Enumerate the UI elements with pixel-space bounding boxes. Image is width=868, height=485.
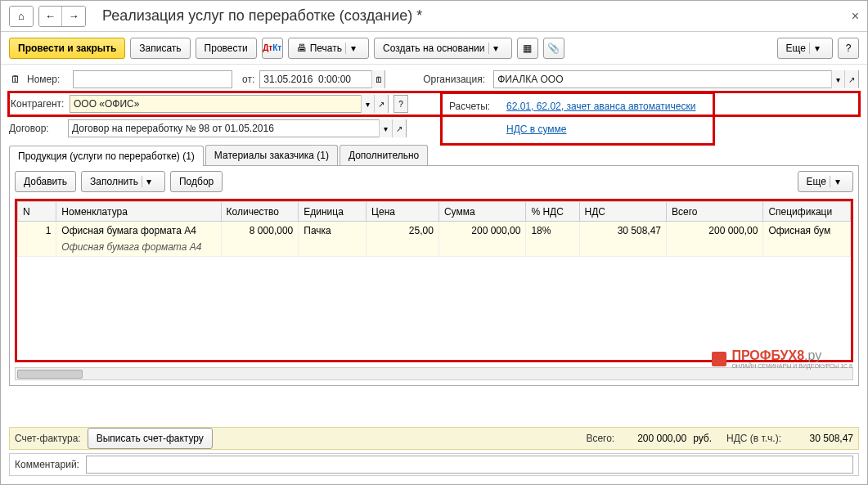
cell-total[interactable]: 200 000,00 <box>667 222 763 257</box>
cell-sum[interactable]: 200 000,00 <box>438 222 526 257</box>
tab-products[interactable]: Продукция (услуги по переработке) (1) <box>9 146 204 166</box>
page-title: Реализация услуг по переработке (создани… <box>102 7 422 25</box>
topbar: ⌂ ← → Реализация услуг по переработке (с… <box>1 1 867 32</box>
help-button[interactable]: ? <box>838 38 859 59</box>
chevron-down-icon: ▾ <box>830 176 844 187</box>
settlement-block: Расчеты: 62.01, 62.02, зачет аванса авто… <box>443 94 713 143</box>
toolbar: Провести и закрыть Записать Провести ДтК… <box>1 32 867 65</box>
dropdown-button[interactable]: ▾ <box>379 119 393 137</box>
cell-price[interactable]: 25,00 <box>367 222 439 257</box>
create-based-button[interactable]: Создать на основании ▾ <box>374 38 512 59</box>
nav-group: ← → <box>38 6 86 27</box>
products-table[interactable]: N Номенклатура Количество Единица Цена С… <box>17 201 851 257</box>
form-header: 🗓 Номер: от: 🗓 Организация: ▾ ↗ Контраге… <box>1 65 867 389</box>
cell-spec[interactable]: Офисная бум <box>763 222 851 257</box>
footer: Счет-фактура: Выписать счет-фактуру Всег… <box>9 427 859 479</box>
chevron-down-icon: ▾ <box>366 100 370 109</box>
org-input[interactable] <box>494 71 830 88</box>
contract-label: Договор: <box>9 123 63 134</box>
col-vat-pct[interactable]: % НДС <box>526 202 579 222</box>
dt-kt-button[interactable]: ДтКт <box>262 38 283 59</box>
chevron-down-icon: ▾ <box>836 75 840 84</box>
col-vat[interactable]: НДС <box>579 202 667 222</box>
add-button[interactable]: Добавить <box>15 171 76 192</box>
col-nom[interactable]: Номенклатура <box>56 202 221 222</box>
col-sum[interactable]: Сумма <box>438 202 526 222</box>
cell-nom[interactable]: Офисная бумага формата А4 Офисная бумага… <box>56 222 221 257</box>
vat-value: 30 508,47 <box>788 433 853 444</box>
comment-label: Комментарий: <box>15 459 79 470</box>
home-button[interactable]: ⌂ <box>10 7 33 26</box>
question-icon: ? <box>846 43 852 54</box>
date-field[interactable]: 🗓 <box>259 70 385 88</box>
date-label: от: <box>242 74 254 85</box>
cell-vat-pct[interactable]: 18% <box>526 222 579 257</box>
comment-field[interactable] <box>86 456 853 474</box>
calc-label: Расчеты: <box>449 101 498 112</box>
org-field[interactable]: ▾ ↗ <box>493 70 859 88</box>
home-group: ⌂ <box>9 6 34 27</box>
currency-label: руб. <box>693 433 712 444</box>
contract-input[interactable] <box>69 120 379 137</box>
select-button[interactable]: Подбор <box>170 171 223 192</box>
tab-toolbar: Добавить Заполнить ▾ Подбор Еще ▾ <box>15 171 853 192</box>
tabs: Продукция (услуги по переработке) (1) Ма… <box>9 145 859 166</box>
forward-button[interactable]: → <box>62 7 85 26</box>
cell-qty[interactable]: 8 000,000 <box>221 222 299 257</box>
close-button[interactable]: × <box>852 9 859 24</box>
watermark: ПРОФБУХ8.ру ОНЛАЙН СЕМИНАРЫ И ВИДЕОКУРСЫ… <box>712 348 852 369</box>
open-button[interactable]: ↗ <box>844 70 858 88</box>
counterparty-input[interactable] <box>70 96 361 112</box>
open-button[interactable]: ↗ <box>374 95 388 113</box>
print-button[interactable]: 🖶 Печать ▾ <box>288 38 369 59</box>
post-and-close-button[interactable]: Провести и закрыть <box>9 38 125 59</box>
chevron-down-icon: ▾ <box>345 43 360 54</box>
dropdown-button[interactable]: ▾ <box>361 95 375 113</box>
scrollbar-thumb[interactable] <box>17 370 83 379</box>
table-row[interactable]: 1 Офисная бумага формата А4 Офисная бума… <box>18 222 851 257</box>
open-icon: ↗ <box>378 100 385 109</box>
horizontal-scrollbar[interactable] <box>15 367 853 380</box>
more-button[interactable]: Еще ▾ <box>777 38 833 59</box>
number-input[interactable] <box>74 71 232 88</box>
vat-mode-link[interactable]: НДС в сумме <box>506 123 567 135</box>
chevron-down-icon: ▾ <box>142 176 156 187</box>
counterparty-field[interactable]: ▾ ↗ <box>70 95 389 113</box>
calendar-button[interactable]: 🗓 <box>371 70 385 88</box>
tab-more-button[interactable]: Еще ▾ <box>798 171 853 192</box>
org-label: Организация: <box>423 74 488 85</box>
col-price[interactable]: Цена <box>367 202 439 222</box>
post-button[interactable]: Провести <box>196 38 257 59</box>
comment-input[interactable] <box>87 456 852 473</box>
cell-vat[interactable]: 30 508,47 <box>579 222 667 257</box>
counterparty-label: Контрагент: <box>11 98 65 110</box>
back-button[interactable]: ← <box>39 7 62 26</box>
cell-n[interactable]: 1 <box>18 222 56 257</box>
chevron-down-icon: ▾ <box>809 43 824 54</box>
col-qty[interactable]: Количество <box>221 202 299 222</box>
attach-button[interactable]: 📎 <box>543 38 564 59</box>
tab-additional[interactable]: Дополнительно <box>340 145 428 165</box>
col-n[interactable]: N <box>18 202 56 222</box>
vat-label: НДС (в т.ч.): <box>726 433 781 444</box>
save-button[interactable]: Записать <box>130 38 190 59</box>
tab-materials[interactable]: Материалы заказчика (1) <box>205 145 338 165</box>
col-spec[interactable]: Спецификаци <box>763 202 851 222</box>
fill-button[interactable]: Заполнить ▾ <box>81 171 165 192</box>
invoice-row: Счет-фактура: Выписать счет-фактуру Всег… <box>9 427 859 450</box>
structure-icon: ▦ <box>523 43 532 54</box>
home-icon: ⌂ <box>18 10 25 22</box>
number-field[interactable] <box>73 70 232 88</box>
structure-button[interactable]: ▦ <box>517 38 538 59</box>
col-unit[interactable]: Единица <box>299 202 367 222</box>
write-invoice-button[interactable]: Выписать счет-фактуру <box>88 428 213 449</box>
open-button[interactable]: ↗ <box>392 119 406 137</box>
col-total[interactable]: Всего <box>667 202 763 222</box>
counterparty-help[interactable]: ? <box>394 95 408 113</box>
date-input[interactable] <box>260 71 371 88</box>
calc-link[interactable]: 62.01, 62.02, зачет аванса автоматически <box>506 101 695 112</box>
paperclip-icon: 📎 <box>547 43 560 54</box>
contract-field[interactable]: ▾ ↗ <box>68 119 407 137</box>
dropdown-button[interactable]: ▾ <box>831 70 845 88</box>
cell-unit[interactable]: Пачка <box>299 222 367 257</box>
